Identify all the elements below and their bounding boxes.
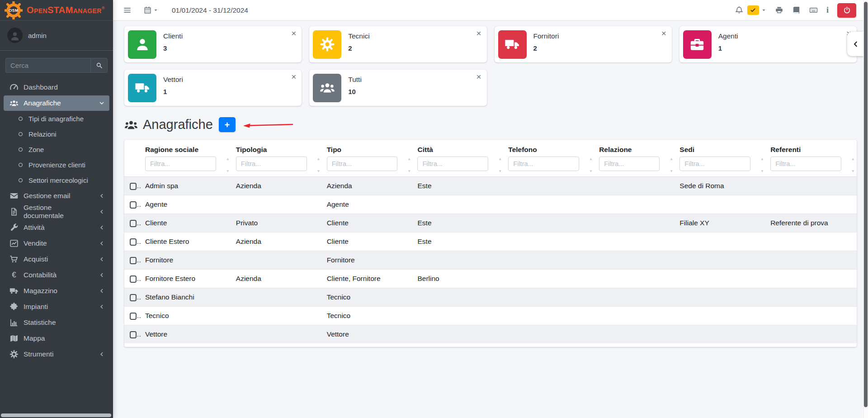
- sort-control[interactable]: ▲▼: [851, 157, 855, 173]
- sidebar-subitem-zone[interactable]: Zone: [4, 142, 109, 157]
- summary-card-clienti[interactable]: Clienti 3 ×: [124, 26, 302, 62]
- date-range-picker-button[interactable]: [143, 6, 158, 14]
- table-row[interactable]: Stefano Bianchi Tecnico: [124, 288, 857, 307]
- summary-card-agenti[interactable]: Agenti 1 ×: [679, 26, 857, 62]
- sort-control[interactable]: ▲▼: [316, 157, 320, 173]
- close-icon[interactable]: ×: [476, 72, 481, 81]
- search-button[interactable]: [90, 58, 108, 73]
- add-record-button[interactable]: +: [219, 117, 236, 132]
- close-icon[interactable]: ×: [291, 29, 296, 38]
- filter-input-ragione-sociale[interactable]: [145, 157, 216, 171]
- sidebar-item-vendite[interactable]: Vendite: [4, 236, 109, 251]
- column-header-referenti[interactable]: Referenti: [766, 142, 857, 154]
- filter-input-relazione[interactable]: [599, 157, 660, 171]
- sidebar-item-anagrafiche[interactable]: Anagrafiche: [4, 95, 109, 111]
- user-panel[interactable]: admin: [0, 21, 113, 51]
- column-header-citta[interactable]: Città: [413, 142, 504, 154]
- filter-input-telefono[interactable]: [508, 157, 579, 171]
- filter-input-tipo[interactable]: [327, 157, 398, 171]
- close-icon[interactable]: ×: [476, 29, 481, 38]
- cell-tipologia: Privato: [231, 214, 322, 233]
- row-checkbox[interactable]: [130, 220, 137, 227]
- shortcuts-button[interactable]: [809, 6, 818, 14]
- sort-control[interactable]: ▲▼: [407, 157, 411, 173]
- search-input[interactable]: [5, 58, 90, 73]
- summary-card-vettori[interactable]: Vettori 1 ×: [124, 70, 302, 106]
- app-brand[interactable]: OSM OpenSTAManager®: [0, 0, 113, 21]
- table-row[interactable]: Fornitore Estero Azienda Cliente, Fornit…: [124, 270, 857, 288]
- sidebar-item-gestione-documentale[interactable]: Gestione documentale: [4, 204, 109, 219]
- table-row[interactable]: Cliente Estero Azienda Cliente Este: [124, 233, 857, 251]
- docs-button[interactable]: [792, 6, 801, 14]
- sidebar-item-strumenti[interactable]: Strumenti: [4, 347, 109, 362]
- row-checkbox[interactable]: [130, 294, 137, 301]
- filter-input-sedi[interactable]: [679, 157, 750, 171]
- sidebar-item-acquisti[interactable]: Acquisti: [4, 252, 109, 267]
- sidebar-subitem-settori-merceologici[interactable]: Settori merceologici: [4, 173, 109, 188]
- users-icon: [9, 99, 19, 108]
- sidebar-item-attivita[interactable]: Attività: [4, 220, 109, 235]
- vertical-scrollbar[interactable]: [863, 0, 868, 418]
- table-row[interactable]: Fornitore Fornitore: [124, 251, 857, 270]
- sidebar-item-magazzino[interactable]: Magazzino: [4, 283, 109, 299]
- sidebar-item-impianti[interactable]: Impianti: [4, 299, 109, 314]
- filter-input-tipologia[interactable]: [236, 157, 307, 171]
- column-header-ragione-sociale[interactable]: Ragione sociale: [141, 142, 231, 154]
- sidebar-item-mappa[interactable]: Mappa: [4, 331, 109, 346]
- logout-button[interactable]: [837, 3, 856, 18]
- column-header-telefono[interactable]: Telefono: [504, 142, 594, 154]
- row-checkbox[interactable]: [130, 257, 137, 264]
- chart-line-icon: [9, 239, 19, 248]
- close-icon[interactable]: ×: [291, 72, 296, 81]
- sort-control[interactable]: ▲▼: [760, 157, 764, 173]
- scrollbar-thumb[interactable]: [864, 2, 868, 407]
- sort-control[interactable]: ▲▼: [226, 157, 229, 173]
- control-sidebar-toggle[interactable]: [847, 32, 863, 56]
- sort-control[interactable]: ▲▼: [670, 157, 673, 173]
- cell-tipo: Fornitore: [322, 251, 413, 270]
- table-row[interactable]: Vettore Vettore: [124, 325, 857, 344]
- row-checkbox[interactable]: [130, 313, 137, 320]
- row-checkbox[interactable]: [130, 201, 137, 209]
- summary-card-tutti[interactable]: Tutti 10 ×: [309, 70, 486, 106]
- notifications-button[interactable]: [735, 6, 744, 15]
- row-checkbox[interactable]: [130, 183, 137, 190]
- column-header-sedi[interactable]: Sedi: [675, 142, 766, 154]
- column-header-tipo[interactable]: Tipo: [322, 142, 413, 154]
- date-range-label[interactable]: 01/01/2024 - 31/12/2024: [172, 6, 248, 14]
- info-icon[interactable]: i: [826, 5, 829, 15]
- table-row[interactable]: Tecnico Tecnico: [124, 307, 857, 325]
- card-label: Tutti: [348, 76, 362, 84]
- column-header-relazione[interactable]: Relazione: [594, 142, 675, 154]
- sidebar-subitem-provenienze-clienti[interactable]: Provenienze clienti: [4, 157, 109, 172]
- column-header-tipologia[interactable]: Tipologia: [231, 142, 322, 154]
- page-header: Anagrafiche +: [124, 117, 857, 132]
- summary-card-tecnici[interactable]: Tecnici 2 ×: [309, 26, 486, 62]
- hamburger-menu-button[interactable]: [123, 6, 132, 14]
- sidebar-item-statistiche[interactable]: Statistiche: [4, 315, 109, 330]
- horizontal-scrollbar[interactable]: [1, 413, 111, 417]
- row-checkbox[interactable]: [130, 331, 137, 338]
- sidebar-subitem-relazioni[interactable]: Relazioni: [4, 127, 109, 142]
- sort-control[interactable]: ▲▼: [498, 157, 502, 173]
- chevron-left-icon: [99, 193, 105, 199]
- sidebar-item-contabilita[interactable]: € Contabilità: [4, 267, 109, 283]
- status-badge[interactable]: [747, 5, 759, 15]
- cell-relazione: [594, 307, 675, 325]
- print-button[interactable]: [775, 6, 783, 14]
- sidebar-subitem-tipi-di-anagrafiche[interactable]: Tipi di anagrafiche: [4, 111, 109, 126]
- sort-control[interactable]: ▲▼: [589, 157, 593, 173]
- table-row[interactable]: Agente Agente: [124, 195, 857, 214]
- sidebar-item-label: Contabilità: [24, 271, 57, 279]
- row-checkbox[interactable]: [130, 276, 137, 283]
- sidebar-item-gestione-email[interactable]: Gestione email: [4, 188, 109, 204]
- filter-input-citta[interactable]: [417, 157, 488, 171]
- table-row[interactable]: Admin spa Azienda Azienda Este Sede di R…: [124, 177, 857, 195]
- summary-card-fornitori[interactable]: Fornitori 2 ×: [495, 26, 672, 62]
- status-badge-group[interactable]: [747, 5, 766, 15]
- table-row[interactable]: Cliente Privato Cliente Este Filiale XY …: [124, 214, 857, 233]
- close-icon[interactable]: ×: [661, 29, 666, 38]
- sidebar-item-dashboard[interactable]: Dashboard: [4, 80, 109, 95]
- filter-input-referenti[interactable]: [770, 157, 841, 171]
- row-checkbox[interactable]: [130, 238, 137, 246]
